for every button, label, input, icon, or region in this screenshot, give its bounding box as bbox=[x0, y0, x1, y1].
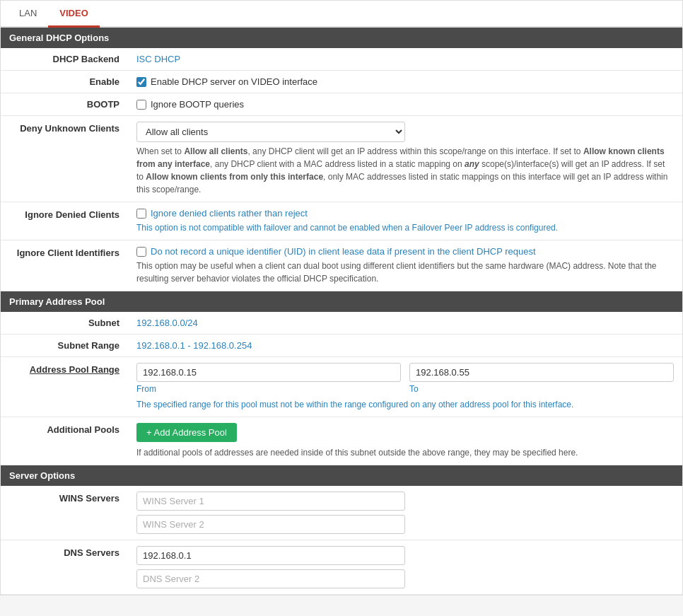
wins-server-2-input[interactable] bbox=[136, 515, 405, 534]
deny-unknown-label: Deny Unknown Clients bbox=[1, 116, 128, 202]
pool-to-input[interactable] bbox=[409, 363, 674, 382]
wins-servers-cell bbox=[128, 486, 682, 540]
deny-unknown-select[interactable]: Allow all clients Allow known clients fr… bbox=[136, 122, 405, 142]
subnet-cell: 192.168.0.0/24 bbox=[128, 312, 682, 335]
dns-server-1-input[interactable] bbox=[136, 546, 405, 565]
section-general-dhcp: General DHCP Options bbox=[1, 28, 682, 48]
bootp-checkbox-label[interactable]: Ignore BOOTP queries bbox=[136, 99, 674, 110]
additional-pools-row: Additional Pools + Add Address Pool If a… bbox=[1, 417, 682, 465]
pool-to-cell: To bbox=[409, 363, 674, 394]
ignore-identifiers-label: Ignore Client Identifiers bbox=[1, 240, 128, 291]
additional-pools-info: If additional pools of addresses are nee… bbox=[136, 446, 674, 459]
enable-checkbox-text: Enable DHCP server on VIDEO interface bbox=[151, 76, 317, 87]
ignore-identifiers-info: This option may be useful when a client … bbox=[136, 260, 674, 285]
dns-servers-row: DNS Servers bbox=[1, 540, 682, 595]
subnet-range-label: Subnet Range bbox=[1, 335, 128, 357]
pool-from-cell: From bbox=[136, 363, 401, 394]
bootp-cell: Ignore BOOTP queries bbox=[128, 93, 682, 116]
general-dhcp-table: DHCP Backend ISC DHCP Enable Enable DHCP… bbox=[1, 48, 682, 291]
enable-checkbox-label[interactable]: Enable DHCP server on VIDEO interface bbox=[136, 76, 674, 87]
dhcp-backend-text: ISC DHCP bbox=[136, 54, 180, 64]
ignore-identifiers-checkbox-label[interactable]: Do not record a unique identifier (UID) … bbox=[136, 246, 674, 257]
address-pool-range-label-text: Address Pool Range bbox=[30, 364, 119, 375]
subnet-range-cell: 192.168.0.1 - 192.168.0.254 bbox=[128, 335, 682, 357]
tab-lan[interactable]: LAN bbox=[8, 1, 48, 28]
deny-unknown-row: Deny Unknown Clients Allow all clients A… bbox=[1, 116, 682, 202]
wins-server-1-input[interactable] bbox=[136, 492, 405, 511]
additional-pools-label: Additional Pools bbox=[1, 417, 128, 465]
pool-from-label: From bbox=[136, 384, 401, 394]
ignore-identifiers-link[interactable]: Do not record a unique identifier (UID) … bbox=[151, 246, 536, 257]
server-options-table: WINS Servers DNS Servers bbox=[1, 486, 682, 595]
enable-checkbox[interactable] bbox=[136, 77, 146, 87]
page-wrapper: LAN VIDEO General DHCP Options DHCP Back… bbox=[0, 0, 683, 595]
tabs-bar: LAN VIDEO bbox=[1, 1, 682, 28]
subnet-range-row: Subnet Range 192.168.0.1 - 192.168.0.254 bbox=[1, 335, 682, 357]
section-primary-pool: Primary Address Pool bbox=[1, 291, 682, 312]
ignore-denied-label: Ignore Denied Clients bbox=[1, 202, 128, 240]
subnet-value: 192.168.0.0/24 bbox=[136, 318, 198, 328]
bootp-row: BOOTP Ignore BOOTP queries bbox=[1, 93, 682, 116]
ignore-denied-checkbox-label[interactable]: Ignore denied clients rather than reject bbox=[136, 208, 674, 219]
ignore-identifiers-checkbox[interactable] bbox=[136, 247, 146, 257]
ignore-identifiers-row: Ignore Client Identifiers Do not record … bbox=[1, 240, 682, 291]
dhcp-backend-label: DHCP Backend bbox=[1, 48, 128, 71]
ignore-denied-row: Ignore Denied Clients Ignore denied clie… bbox=[1, 202, 682, 240]
bootp-checkbox-text: Ignore BOOTP queries bbox=[151, 99, 244, 110]
pool-range-inputs: From To bbox=[136, 363, 674, 394]
dhcp-backend-value: ISC DHCP bbox=[128, 48, 682, 71]
subnet-row: Subnet 192.168.0.0/24 bbox=[1, 312, 682, 335]
enable-row: Enable Enable DHCP server on VIDEO inter… bbox=[1, 71, 682, 93]
dns-server-2-input[interactable] bbox=[136, 569, 405, 588]
add-address-pool-button[interactable]: + Add Address Pool bbox=[136, 423, 237, 442]
tab-video[interactable]: VIDEO bbox=[48, 1, 99, 28]
address-pool-range-info: The specified range for this pool must n… bbox=[136, 398, 674, 411]
wins-servers-row: WINS Servers bbox=[1, 486, 682, 540]
section-server-options: Server Options bbox=[1, 465, 682, 486]
address-pool-range-label: Address Pool Range bbox=[1, 357, 128, 417]
dhcp-backend-row: DHCP Backend ISC DHCP bbox=[1, 48, 682, 71]
ignore-denied-link[interactable]: Ignore denied clients rather than reject bbox=[151, 208, 308, 219]
enable-label: Enable bbox=[1, 71, 128, 93]
deny-unknown-info: When set to Allow all clients, any DHCP … bbox=[136, 145, 674, 196]
ignore-denied-info: This option is not compatible with failo… bbox=[136, 221, 674, 234]
bootp-checkbox[interactable] bbox=[136, 100, 146, 110]
pool-from-input[interactable] bbox=[136, 363, 401, 382]
ignore-identifiers-cell: Do not record a unique identifier (UID) … bbox=[128, 240, 682, 291]
address-pool-range-row: Address Pool Range From To The specified… bbox=[1, 357, 682, 417]
dns-servers-label: DNS Servers bbox=[1, 540, 128, 595]
pool-to-label: To bbox=[409, 384, 674, 394]
additional-pools-cell: + Add Address Pool If additional pools o… bbox=[128, 417, 682, 465]
primary-pool-table: Subnet 192.168.0.0/24 Subnet Range 192.1… bbox=[1, 312, 682, 465]
bootp-label: BOOTP bbox=[1, 93, 128, 116]
wins-servers-label: WINS Servers bbox=[1, 486, 128, 540]
deny-unknown-cell: Allow all clients Allow known clients fr… bbox=[128, 116, 682, 202]
subnet-range-value: 192.168.0.1 - 192.168.0.254 bbox=[136, 340, 252, 351]
address-pool-range-cell: From To The specified range for this poo… bbox=[128, 357, 682, 417]
subnet-label: Subnet bbox=[1, 312, 128, 335]
dns-servers-cell bbox=[128, 540, 682, 595]
enable-cell: Enable DHCP server on VIDEO interface bbox=[128, 71, 682, 93]
ignore-denied-cell: Ignore denied clients rather than reject… bbox=[128, 202, 682, 240]
ignore-denied-checkbox[interactable] bbox=[136, 209, 146, 219]
